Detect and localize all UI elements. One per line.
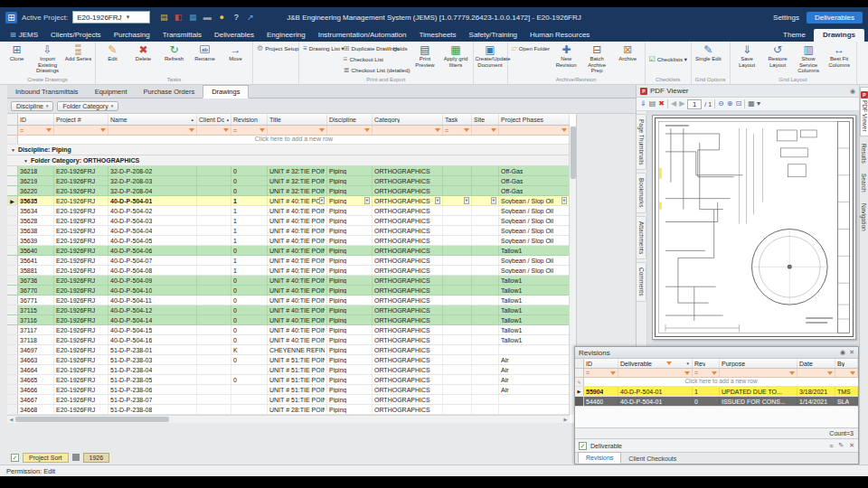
grid-row[interactable]: 35640E20-1926FRJ40-D-P-504-060UNIT # 40:… <box>7 246 570 256</box>
close-document-icon[interactable]: ✖ <box>658 99 665 109</box>
single-edit-button[interactable]: ✎Single Edit <box>693 42 723 76</box>
dropdown-icon[interactable]: ▾ <box>319 197 325 204</box>
grid-row[interactable]: 34668E20-1926FRJ51-D-P-238-08UNIT # 28:T… <box>7 405 570 415</box>
print-preview-button[interactable]: ▤Print Preview <box>410 42 440 76</box>
tab-drawings-context[interactable]: Drawings <box>814 29 864 42</box>
filter-cell-id[interactable]: = <box>18 126 54 135</box>
checkout-list-detailed-button[interactable]: ≣Checkout List (detailed) <box>342 64 383 75</box>
pin-icon[interactable]: ◉ <box>850 88 855 95</box>
batch-archive-prep-button[interactable]: ⊟Batch Archive Prep <box>582 42 612 76</box>
archive-button[interactable]: ⊠Archive <box>613 42 643 76</box>
menu-timesheets[interactable]: Timesheets <box>413 29 463 42</box>
tab-drawings[interactable]: Drawings <box>203 85 249 99</box>
save-icon[interactable]: ⇓ <box>640 99 646 109</box>
dropdown-icon[interactable]: ▾ <box>491 197 496 204</box>
paste-icon[interactable]: ▤ <box>158 12 169 23</box>
filter-funnel-icon[interactable] <box>189 128 194 132</box>
rev-filter-cell-purpose[interactable] <box>720 369 797 377</box>
delete-button[interactable]: ✖Delete <box>128 42 158 76</box>
drawing-list-button[interactable]: ≡Drawing List ▾ <box>301 42 341 53</box>
grid-row[interactable]: 35628E20-1926FRJ40-D-P-504-031UNIT # 40:… <box>7 216 570 226</box>
column-header-project[interactable]: Project # <box>54 114 108 125</box>
grid-row[interactable]: 34697E20-1926FRJ51-D-P-238-01KCHEYENNE R… <box>7 345 570 355</box>
share-icon[interactable]: ↗ <box>245 12 256 23</box>
import-existing-drawings-button[interactable]: ⇩Import Existing Drawings <box>33 42 62 76</box>
column-header-discipline[interactable]: Discipline <box>327 114 373 125</box>
move-button[interactable]: →Move <box>221 42 250 76</box>
add-series-button[interactable]: 001 002 003Add Series <box>63 42 93 76</box>
column-header-revision[interactable]: Revision <box>231 114 268 125</box>
sort-enabled-checkbox[interactable]: ✓ <box>11 454 19 462</box>
filter-cell-site[interactable] <box>472 126 499 135</box>
grid-row[interactable]: 35639E20-1926FRJ40-D-P-504-051UNIT # 40:… <box>7 236 570 246</box>
scrollbar-thumb[interactable] <box>571 127 576 179</box>
menu-transmittals[interactable]: Transmittals <box>156 29 208 42</box>
rev-column-header-id[interactable]: ID <box>584 359 618 368</box>
grid-row[interactable]: 36218E20-1926FRJ32-D-P-208-020UNIT # 32:… <box>7 166 570 176</box>
project-sort-chip[interactable]: Project Sort <box>23 453 69 463</box>
rev-column-header-by[interactable]: By <box>835 359 858 368</box>
dropdown-icon[interactable]: ▾ <box>464 197 469 204</box>
sort-value-chip[interactable]: 1926 <box>83 453 110 463</box>
filter-cell-revision[interactable]: = <box>231 126 268 135</box>
filter-cell-project[interactable] <box>54 126 108 135</box>
menu-jems[interactable]: ⊞JEMS <box>4 29 44 42</box>
open-folder-button[interactable]: ▱Open Folder <box>510 42 551 53</box>
filter-cell-category[interactable] <box>373 126 443 135</box>
revision-row[interactable]: ▶5590440-D-P-504-011UPDATED DUE TO...3/1… <box>575 387 858 397</box>
filter-cell-title[interactable] <box>268 126 327 135</box>
grid-horizontal-scrollbar[interactable]: ◀ ▶ <box>7 415 570 423</box>
filter-funnel-icon[interactable] <box>100 128 106 132</box>
filter-cell-task[interactable]: = <box>443 126 472 135</box>
group-row-discipline[interactable]: ▼ Discipline: Piping <box>7 145 570 155</box>
filter-funnel-icon[interactable] <box>364 128 370 132</box>
grid-row[interactable]: 37115E20-1926FRJ40-D-P-504-120UNIT # 40:… <box>7 305 570 315</box>
column-header-task[interactable]: Task <box>443 114 472 125</box>
grid-row[interactable]: 37117E20-1926FRJ40-D-P-504-150UNIT # 40:… <box>7 325 570 335</box>
revisions-add-row[interactable]: ✎ Click here to add a new row <box>575 378 858 387</box>
rev-tab-client-checkouts[interactable]: Client Checkouts <box>621 454 684 464</box>
menu-instrumentation-automation[interactable]: Instrumentation/Automation <box>312 29 413 42</box>
dropdown-icon[interactable]: ▾ <box>561 197 567 204</box>
checklists-button[interactable]: ☑Checklists ▾ <box>647 54 689 65</box>
grid-row[interactable]: ▶35635E20-1926FRJ40-D-P-504-011UNIT # 40… <box>7 196 570 206</box>
filter-funnel-icon[interactable] <box>223 128 229 132</box>
group-row-folder-category[interactable]: ▼ Folder Category: ORTHOGRAPHICS <box>7 155 570 166</box>
filter-menu-icon[interactable]: ≡ <box>829 443 833 449</box>
rev-column-header-purpose[interactable]: Purpose <box>720 359 797 368</box>
grid-row[interactable]: 37116E20-1926FRJ40-D-P-504-140UNIT # 40:… <box>7 315 570 325</box>
filter-funnel-icon[interactable] <box>319 128 325 132</box>
grid-row[interactable]: 34664E20-1926FRJ51-D-P-238-04UNIT # 51:T… <box>7 365 570 375</box>
previous-page-icon[interactable]: ◀ <box>671 99 676 109</box>
edit-button[interactable]: ✎Edit <box>98 42 127 76</box>
create-update-document-button[interactable]: ▣Create/Update Document <box>476 42 505 76</box>
monitor-icon[interactable]: ▦ <box>187 12 198 23</box>
rev-column-header-rev[interactable]: Rev <box>693 359 720 368</box>
grid-row[interactable]: 35634E20-1926FRJ40-D-P-504-021UNIT # 40:… <box>7 206 570 216</box>
rename-button[interactable]: abRename <box>190 42 220 76</box>
grid-row[interactable]: 36771E20-1926FRJ40-D-P-504-110UNIT # 40:… <box>7 296 570 305</box>
filter-funnel-icon[interactable] <box>789 371 795 375</box>
column-header-id[interactable]: ID <box>18 114 54 125</box>
filter-funnel-icon[interactable] <box>491 128 496 132</box>
filter-cell-discipline[interactable] <box>327 126 373 135</box>
scroll-left-icon[interactable]: ◀ <box>7 417 15 422</box>
page-number-input[interactable]: 1 <box>687 99 702 109</box>
grid-row[interactable]: 34663E20-1926FRJ51-D-P-238-030UNIT # 51:… <box>7 355 570 365</box>
column-header-title[interactable]: Title <box>268 114 327 125</box>
clone-button[interactable]: ⊞Clone <box>2 42 32 76</box>
grid-row[interactable]: 36770E20-1926FRJ40-D-P-504-100UNIT # 40:… <box>7 286 570 296</box>
rev-filter-cell-deliverable[interactable] <box>618 369 693 377</box>
grid-add-row[interactable]: Click here to add a new row <box>7 136 570 145</box>
revision-row[interactable]: 5446040-D-P-504-010ISSUED FOR CONS...1/1… <box>575 397 858 407</box>
rev-filter-cell-id[interactable]: = <box>584 369 618 377</box>
filter-funnel-icon[interactable] <box>435 128 440 132</box>
filter-funnel-icon[interactable] <box>259 128 265 132</box>
grid-row[interactable]: 34665E20-1926FRJ51-D-P-238-050UNIT # 51:… <box>7 375 570 385</box>
tab-inbound-transmittals[interactable]: Inbound Transmittals <box>7 86 87 98</box>
grid-row[interactable]: 35638E20-1926FRJ40-D-P-504-041UNIT # 40:… <box>7 226 570 236</box>
rev-filter-cell-date[interactable] <box>797 369 835 377</box>
scroll-right-icon[interactable]: ▶ <box>561 417 570 422</box>
group-by-discipline[interactable]: Discipline▾ <box>11 101 53 111</box>
project-setup-button[interactable]: ⚙Project Setup <box>255 42 297 53</box>
